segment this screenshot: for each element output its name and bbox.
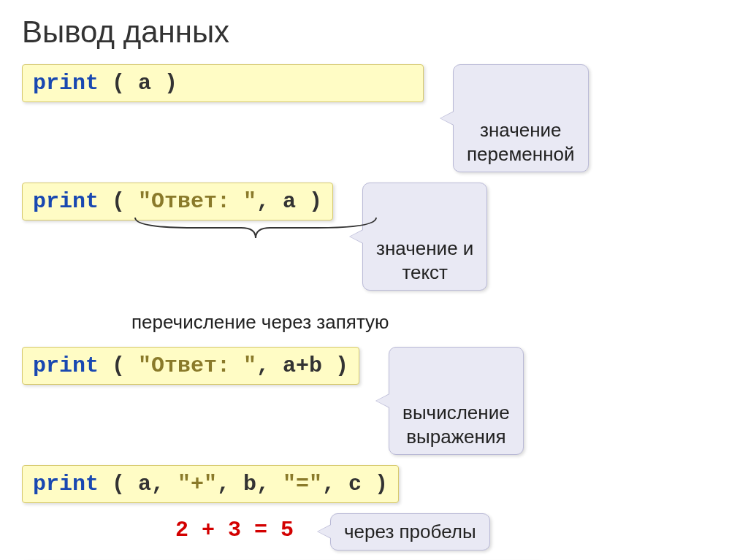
code-token: "+" xyxy=(178,472,217,496)
code-keyword: print xyxy=(33,189,99,214)
callout-text: вычисление выражения xyxy=(402,402,510,448)
code-text: ( xyxy=(99,353,138,378)
code-token: print xyxy=(33,472,99,496)
code-token: ( a, xyxy=(99,472,178,496)
code-output: 2 + 3 = 5 xyxy=(175,518,294,542)
callout: через пробелы xyxy=(330,513,490,551)
callout: значение переменной xyxy=(453,64,589,172)
example-row: print ( a ) значение переменной xyxy=(22,64,726,172)
callout: вычисление выражения xyxy=(389,347,524,455)
callout-text: через пробелы xyxy=(344,521,476,542)
code-box: print ( "Ответ: ", a+b ) xyxy=(22,347,359,385)
code-string: "Ответ: " xyxy=(138,353,256,378)
slide-title: Вывод данных xyxy=(22,15,726,50)
example-row: print ( "Ответ: ", a+b ) вычисление выра… xyxy=(22,347,726,455)
code-text: ( a ) xyxy=(99,71,178,96)
output-row: 2 + 3 = 5 через пробелы xyxy=(22,513,726,551)
code-text: , a ) xyxy=(256,189,322,214)
code-token: "=" xyxy=(283,472,322,496)
code-text: ( xyxy=(99,189,138,214)
code-box: print ( "Ответ: ", a ) xyxy=(22,183,333,220)
code-token: , b, xyxy=(217,472,283,496)
code-string: "Ответ: " xyxy=(138,189,256,214)
code-keyword: print xyxy=(33,353,99,378)
callout-text: значение и текст xyxy=(376,237,473,283)
brace-icon xyxy=(131,216,380,241)
code-text: , a+b ) xyxy=(256,353,348,378)
example-row: print ( a, "+", b, "=", c ) xyxy=(22,465,726,503)
callout: значение и текст xyxy=(362,183,487,291)
code-box: print ( a ) xyxy=(22,64,424,102)
example-row: print ( "Ответ: ", a ) значение и текст xyxy=(22,183,726,291)
code-keyword: print xyxy=(33,71,99,96)
code-box: print ( a, "+", b, "=", c ) xyxy=(22,465,399,503)
annotation-text: перечисление через запятую xyxy=(131,311,726,334)
code-token: , c ) xyxy=(322,472,388,496)
callout-text: значение переменной xyxy=(467,119,575,165)
